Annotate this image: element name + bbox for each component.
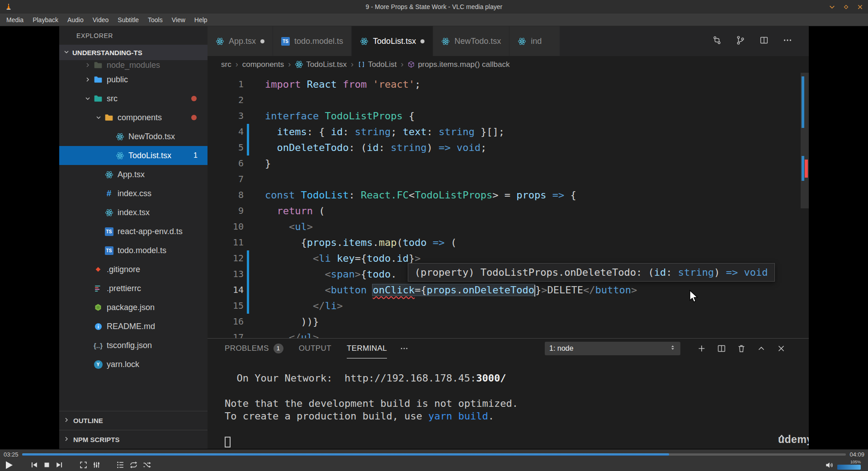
titlebar[interactable]: 9 - More Props & State Work - VLC media … xyxy=(0,0,868,14)
sidebar-section-outline[interactable]: OUTLINE xyxy=(59,411,208,430)
git-compare-icon[interactable] xyxy=(712,35,722,47)
file-tree: node_modulespublicsrccomponentsNewTodo.t… xyxy=(59,60,208,374)
code-line-9[interactable]: 9 return ( xyxy=(208,203,809,219)
volume-slider[interactable] xyxy=(837,465,861,470)
previous-button[interactable] xyxy=(30,461,38,469)
tab-TodoList.tsx[interactable]: TodoList.tsx xyxy=(352,26,433,56)
breadcrumb-item[interactable]: props.items.map() callback xyxy=(407,60,509,69)
code-line-10[interactable]: 10 <ul> xyxy=(208,219,809,235)
menu-help[interactable]: Help xyxy=(190,14,212,25)
code-line-17[interactable]: 17 </ul> xyxy=(208,330,809,338)
code-line-1[interactable]: 1import React from 'react'; xyxy=(208,76,809,92)
modified-dot-icon[interactable] xyxy=(260,39,264,43)
panel-tab-problems[interactable]: PROBLEMS1 xyxy=(225,339,283,358)
tree-item-tsconfig.json[interactable]: {..}tsconfig.json xyxy=(59,336,208,355)
tree-item-public[interactable]: public xyxy=(59,70,208,89)
menu-video[interactable]: Video xyxy=(88,14,113,25)
code-line-8[interactable]: 8const TodoList: React.FC<TodoListProps>… xyxy=(208,187,809,203)
menu-playback[interactable]: Playback xyxy=(28,14,63,25)
menu-view[interactable]: View xyxy=(167,14,190,25)
tab-ind[interactable]: ind xyxy=(509,26,560,56)
tree-item-App.tsx[interactable]: App.tsx xyxy=(59,165,208,184)
playlist-button[interactable] xyxy=(116,461,125,469)
tree-item-label: NewTodo.tsx xyxy=(128,132,175,141)
code-line-11[interactable]: 11 {props.items.map(todo => ( xyxy=(208,235,809,250)
code-line-5[interactable]: 5 onDeleteTodo: (id: string) => void; xyxy=(208,140,809,155)
seek-bar[interactable] xyxy=(22,453,846,456)
breadcrumb-item[interactable]: TodoList xyxy=(358,60,396,69)
breadcrumb-item[interactable]: TodoList.tsx xyxy=(295,60,347,69)
terminal-selector[interactable]: 1: node xyxy=(545,342,680,355)
menu-tools[interactable]: Tools xyxy=(143,14,167,25)
tree-item-TodoList.tsx[interactable]: TodoList.tsx1 xyxy=(59,146,208,165)
tree-item-react-app-env.d.ts[interactable]: TSreact-app-env.d.ts xyxy=(59,222,208,241)
tree-item-.prettierrc[interactable]: .prettierrc xyxy=(59,279,208,298)
tree-item-yarn.lock[interactable]: Yyarn.lock xyxy=(59,355,208,374)
code-line-6[interactable]: 6} xyxy=(208,155,809,171)
fullscreen-button[interactable] xyxy=(79,461,88,469)
file-icon xyxy=(93,321,103,331)
stop-button[interactable] xyxy=(43,461,51,469)
panel-tab-terminal[interactable]: TERMINAL xyxy=(347,339,387,358)
menu-subtitle[interactable]: Subtitle xyxy=(113,14,143,25)
file-icon xyxy=(104,170,114,179)
code-line-7[interactable]: 7 xyxy=(208,171,809,187)
breadcrumb-item[interactable]: components xyxy=(242,60,284,69)
video-stage[interactable]: EXPLORER UNDERSTANDING-TS node_modulespu… xyxy=(0,26,868,449)
split-editor-icon[interactable] xyxy=(759,35,769,47)
menu-media[interactable]: Media xyxy=(2,14,28,25)
breadcrumb-separator: › xyxy=(236,60,238,69)
minimize-button[interactable] xyxy=(829,4,835,10)
loop-button[interactable] xyxy=(129,461,138,469)
explorer-root-header[interactable]: UNDERSTANDING-TS xyxy=(59,45,208,60)
close-panel-icon[interactable] xyxy=(776,344,786,353)
next-button[interactable] xyxy=(55,461,64,469)
editor-scrollbar[interactable] xyxy=(801,73,809,338)
tree-item-README.md[interactable]: README.md xyxy=(59,317,208,336)
code-line-4[interactable]: 4 items: { id: string; text: string }[]; xyxy=(208,124,809,140)
code-line-2[interactable]: 2 xyxy=(208,92,809,108)
panel-more-icon[interactable] xyxy=(400,344,409,353)
menu-audio[interactable]: Audio xyxy=(63,14,88,25)
tab-NewTodo.tsx[interactable]: NewTodo.tsx xyxy=(433,26,509,56)
kill-terminal-icon[interactable] xyxy=(736,344,746,353)
tree-item-components[interactable]: components xyxy=(59,108,208,127)
play-button[interactable] xyxy=(4,460,14,471)
tree-item-label: react-app-env.d.ts xyxy=(118,227,183,236)
extended-settings-button[interactable] xyxy=(92,461,101,469)
code-line-16[interactable]: 16 ))} xyxy=(208,314,809,330)
tree-item-.gitignore[interactable]: .gitignore xyxy=(59,260,208,279)
explorer-sidebar: EXPLORER UNDERSTANDING-TS node_modulespu… xyxy=(59,26,208,449)
line-number: 2 xyxy=(208,92,244,108)
react-icon xyxy=(295,60,303,69)
tree-item-node_modules[interactable]: node_modules xyxy=(59,60,208,70)
modified-dot-icon[interactable] xyxy=(420,39,425,43)
code-line-3[interactable]: 3interface TodoListProps { xyxy=(208,108,809,124)
tree-item-index.tsx[interactable]: index.tsx xyxy=(59,203,208,222)
tree-item-src[interactable]: src xyxy=(59,89,208,108)
close-button[interactable] xyxy=(857,4,863,10)
code-line-14[interactable]: 14 <button onClick={props.onDeleteTodo}>… xyxy=(208,282,809,298)
random-button[interactable] xyxy=(142,461,151,469)
chevron-down-icon xyxy=(94,114,103,121)
tree-item-todo.model.ts[interactable]: TStodo.model.ts xyxy=(59,241,208,260)
new-terminal-icon[interactable] xyxy=(697,344,707,353)
terminal-output[interactable]: On Your Network: http://192.168.178.45:3… xyxy=(208,358,809,449)
scroll-mark-modified xyxy=(802,156,804,181)
more-actions-icon[interactable] xyxy=(783,35,793,47)
breadcrumb-item[interactable]: src xyxy=(221,60,231,69)
tab-todo.model.ts[interactable]: TStodo.model.ts xyxy=(273,26,352,56)
git-branch-icon[interactable] xyxy=(736,35,745,47)
tab-App.tsx[interactable]: App.tsx xyxy=(208,26,273,56)
panel-tab-output[interactable]: OUTPUT xyxy=(299,339,331,358)
maximize-panel-icon[interactable] xyxy=(756,344,766,353)
tree-item-package.json[interactable]: package.json xyxy=(59,298,208,317)
split-terminal-icon[interactable] xyxy=(717,344,726,353)
code-line-15[interactable]: 15 </li> xyxy=(208,298,809,314)
code-editor[interactable]: 1import React from 'react';23interface T… xyxy=(208,73,809,338)
speaker-icon[interactable] xyxy=(825,461,834,470)
sidebar-section-npm-scripts[interactable]: NPM SCRIPTS xyxy=(59,430,208,449)
tree-item-NewTodo.tsx[interactable]: NewTodo.tsx xyxy=(59,127,208,146)
maximize-button[interactable] xyxy=(843,4,849,10)
tree-item-index.css[interactable]: #index.css xyxy=(59,184,208,203)
